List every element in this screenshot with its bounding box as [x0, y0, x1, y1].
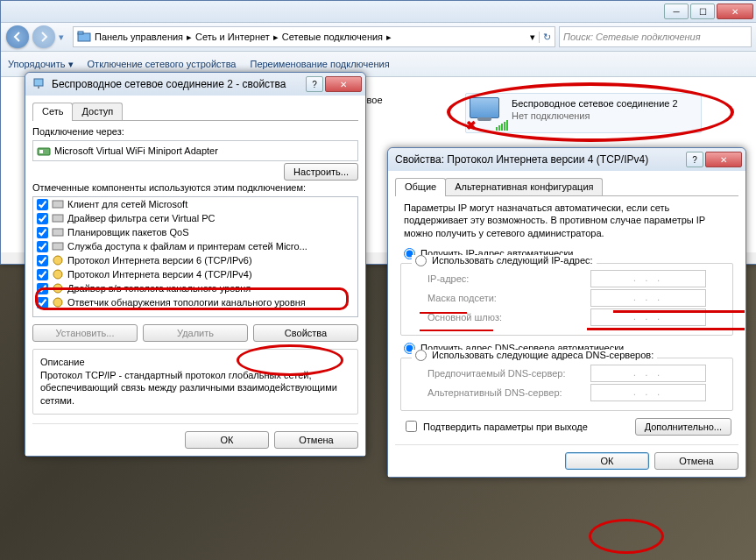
back-button[interactable]	[6, 25, 29, 48]
list-item[interactable]: Ответчик обнаружения топологии канальног…	[33, 295, 357, 309]
protocol-icon	[52, 282, 64, 294]
crumb[interactable]: Панель управления	[95, 32, 183, 42]
list-item[interactable]: Протокол Интернета версии 6 (TCP/IPv6)	[33, 253, 357, 267]
folder-icon	[77, 30, 91, 44]
close-button[interactable]: ✕	[717, 4, 753, 19]
list-item[interactable]: Клиент для сетей Microsoft	[33, 197, 357, 211]
ok-button[interactable]: ОК	[565, 452, 649, 470]
adapter-name: Microsoft Virtual WiFi Miniport Adapter	[54, 145, 218, 156]
ip-input[interactable]: . . .	[590, 270, 706, 287]
list-item[interactable]: Планировщик пакетов QoS	[33, 225, 357, 239]
service-icon	[52, 240, 64, 252]
dialog-titlebar: Свойства: Протокол Интернета версии 4 (T…	[388, 148, 745, 171]
list-item[interactable]: Драйвер фильтра сети Virtual PC	[33, 211, 357, 225]
svg-rect-8	[53, 229, 63, 236]
tabs: Общие Альтернативная конфигурация	[395, 178, 738, 196]
mask-label: Маска подсети:	[427, 293, 585, 303]
remove-button[interactable]: Удалить	[143, 324, 248, 342]
svg-rect-5	[39, 150, 43, 153]
svg-point-12	[53, 284, 62, 293]
cancel-button[interactable]: Отмена	[274, 431, 358, 449]
item-checkbox[interactable]	[37, 241, 48, 252]
item-label: Служба доступа к файлам и принтерам сете…	[67, 241, 307, 252]
ok-button[interactable]: ОК	[185, 431, 269, 449]
tab-alternate[interactable]: Альтернативная конфигурация	[445, 178, 603, 195]
item-label: Драйвер фильтра сети Virtual PC	[67, 213, 215, 223]
refresh-icon[interactable]: ↻	[539, 32, 551, 43]
install-button[interactable]: Установить...	[32, 324, 138, 342]
crumb[interactable]: Сетевые подключения	[282, 32, 383, 42]
forward-button[interactable]	[32, 25, 55, 48]
configure-button[interactable]: Настроить...	[284, 163, 358, 181]
dialog-titlebar: Беспроводное сетевое соединение 2 - свой…	[25, 73, 365, 96]
confirm-checkbox-row[interactable]: Подтвердить параметры при выходе	[402, 418, 588, 435]
toolbar-item[interactable]: Упорядочить ▾	[8, 59, 74, 70]
tab-network[interactable]: Сеть	[32, 103, 73, 121]
svg-point-10	[53, 256, 62, 265]
tab-access[interactable]: Доступ	[72, 103, 123, 120]
use-ip-radio[interactable]	[415, 255, 427, 266]
item-checkbox[interactable]	[37, 213, 48, 224]
item-checkbox[interactable]	[37, 283, 48, 294]
help-button[interactable]: ?	[686, 152, 703, 167]
protocol-icon	[52, 268, 64, 280]
dns1-label: Предпочитаемый DNS-сервер:	[427, 368, 585, 379]
intro-text: Параметры IP могут назначаться автоматич…	[404, 202, 730, 239]
explorer-navbar: ▾ Панель управления▸ Сеть и Интернет▸ Се…	[1, 23, 756, 52]
list-item[interactable]: Драйвер в/в тополога канального уровня	[33, 281, 357, 295]
connection-status: Нет подключения	[512, 110, 678, 122]
gateway-input[interactable]: . . .	[590, 308, 706, 326]
item-label: Протокол Интернета версии 4 (TCP/IPv4)	[67, 269, 252, 280]
chevron-down-icon[interactable]: ▾	[530, 32, 535, 43]
adapter-icon	[37, 144, 51, 158]
dns2-input[interactable]: . . .	[590, 384, 706, 401]
error-x-icon: ✖	[466, 118, 477, 132]
svg-rect-9	[53, 243, 63, 250]
minimize-button[interactable]: ─	[664, 4, 689, 19]
help-button[interactable]: ?	[306, 76, 323, 92]
description-text: Протокол TCP/IP - стандартный протокол г…	[40, 369, 350, 407]
svg-rect-1	[78, 32, 83, 34]
components-label: Отмеченные компоненты используются этим …	[32, 182, 358, 193]
item-properties-button[interactable]: Свойства	[253, 324, 358, 342]
tab-general[interactable]: Общие	[395, 178, 446, 196]
toolbar-item[interactable]: Переименование подключения	[250, 59, 389, 69]
mask-input[interactable]: . . .	[590, 289, 706, 307]
maximize-button[interactable]: ☐	[690, 4, 715, 19]
cancel-button[interactable]: Отмена	[654, 452, 738, 470]
confirm-label: Подтвердить параметры при выходе	[423, 422, 588, 432]
chevron-down-icon[interactable]: ▾	[59, 32, 69, 43]
toolbar-item[interactable]: Отключение сетевого устройства	[88, 59, 237, 69]
breadcrumb[interactable]: Панель управления▸ Сеть и Интернет▸ Сете…	[73, 26, 555, 47]
ipv4-dialog: Свойства: Протокол Интернета версии 4 (T…	[387, 147, 746, 478]
confirm-checkbox[interactable]	[406, 421, 417, 432]
ip-label: IP-адрес:	[427, 273, 585, 284]
annotation-ellipse	[589, 519, 664, 554]
driver-icon	[52, 212, 64, 224]
crumb[interactable]: Сеть и Интернет	[195, 32, 270, 42]
item-checkbox[interactable]	[37, 227, 48, 238]
explorer-titlebar: ─ ☐ ✕	[1, 1, 756, 23]
list-item[interactable]: Служба доступа к файлам и принтерам сете…	[33, 239, 357, 253]
tabs: Сеть Доступ	[32, 103, 358, 121]
search-input[interactable]: Поиск: Сетевые подключения	[559, 26, 752, 47]
connection-item-selected[interactable]: ✖ Беспроводное сетевое соединение 2 Нет …	[465, 93, 702, 133]
close-button[interactable]: ✕	[325, 76, 362, 92]
list-item-ipv4[interactable]: Протокол Интернета версии 4 (TCP/IPv4)	[33, 267, 357, 281]
item-checkbox[interactable]	[37, 269, 48, 280]
item-checkbox[interactable]	[37, 255, 48, 266]
gateway-label: Основной шлюз:	[427, 312, 585, 323]
components-list[interactable]: Клиент для сетей Microsoft Драйвер фильт…	[32, 196, 358, 317]
dns1-input[interactable]: . . .	[590, 365, 706, 382]
item-label: Ответчик обнаружения топологии канальног…	[67, 297, 306, 308]
item-checkbox[interactable]	[37, 297, 48, 308]
item-label: Планировщик пакетов QoS	[67, 227, 189, 237]
network-icon: ✖	[470, 97, 505, 129]
close-button[interactable]: ✕	[705, 152, 742, 167]
use-ip-label: Использовать следующий IP-адрес:	[432, 255, 593, 266]
item-checkbox[interactable]	[37, 199, 48, 210]
use-dns-radio[interactable]	[415, 350, 427, 361]
connect-via-label: Подключение через:	[32, 126, 358, 137]
advanced-button[interactable]: Дополнительно...	[635, 418, 731, 436]
dialog-title: Беспроводное сетевое соединение 2 - свой…	[52, 78, 306, 90]
